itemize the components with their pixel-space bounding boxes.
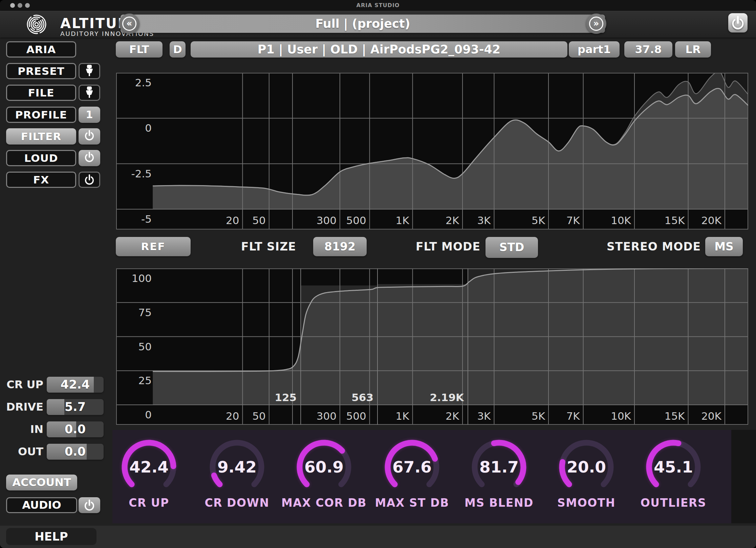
param-value: 0.0 — [47, 421, 104, 437]
part-button[interactable]: part1 — [569, 41, 620, 58]
stereo-mode-button[interactable]: MS — [705, 237, 743, 256]
svg-text:5K: 5K — [532, 214, 545, 226]
knob-value-cr-down: 9.42 — [208, 458, 266, 477]
help-button[interactable]: HELP — [6, 528, 96, 545]
svg-text:3K: 3K — [477, 214, 491, 226]
svg-text:-5: -5 — [141, 213, 152, 225]
account-button[interactable]: ACCOUNT — [6, 475, 77, 490]
titlebar: ARIA STUDIO — [0, 0, 756, 11]
sidebar-item-aria[interactable]: ARIA — [6, 41, 76, 58]
knob-value-max-st-db: 67.6 — [383, 458, 441, 477]
fingerprint-logo-icon — [21, 13, 52, 36]
svg-text:50: 50 — [138, 341, 152, 353]
flt-button[interactable]: FLT — [116, 41, 163, 58]
knob-label-smooth: SMOOTH — [537, 496, 635, 509]
svg-text:75: 75 — [138, 306, 152, 319]
svg-text:10K: 10K — [611, 214, 631, 226]
power-icon — [728, 13, 748, 32]
svg-text:0: 0 — [145, 122, 152, 134]
filter-power-button[interactable] — [79, 128, 100, 145]
knob-value-ms-blend: 81.7 — [470, 458, 528, 477]
correction-amount-chart[interactable]: 20503005001K2K3K5K7K10K15K20K10075502501… — [116, 268, 748, 425]
param-slider-out[interactable]: 0.0 — [47, 444, 104, 460]
sidebar-item-fx[interactable]: FX — [6, 172, 76, 188]
knob-label-max-st-db: MAX ST DB — [363, 496, 461, 509]
param-label-cr-up: CR UP — [0, 377, 43, 393]
pin-icon — [80, 86, 99, 100]
svg-text:1K: 1K — [396, 410, 410, 422]
param-label-drive: DRIVE — [0, 399, 43, 415]
project-nav-bar: Full | (project) « » — [121, 15, 605, 33]
flt-mode-button[interactable]: STD — [485, 237, 538, 258]
param-value: 42.4 — [47, 377, 104, 393]
knob-value-smooth: 20.0 — [558, 458, 615, 477]
svg-text:15K: 15K — [665, 410, 685, 422]
knob-value-outliers: 45.1 — [645, 458, 702, 477]
knob-label-cr-up: CR UP — [100, 496, 198, 509]
svg-text:125: 125 — [275, 391, 297, 403]
nav-forward-button[interactable]: » — [586, 14, 606, 34]
param-value: 5.7 — [47, 399, 104, 415]
svg-text:2K: 2K — [446, 410, 459, 422]
svg-text:7K: 7K — [566, 214, 580, 226]
sidebar-item-loud[interactable]: LOUD — [6, 150, 76, 166]
sidebar-item-file[interactable]: FILE — [6, 85, 76, 101]
param-value: 0.0 — [47, 444, 104, 460]
flt-size-button[interactable]: 8192 — [313, 237, 367, 256]
knob-label-max-cor-db: MAX COR DB — [275, 496, 373, 509]
pin-icon — [80, 64, 99, 78]
param-label-in: IN — [0, 421, 43, 437]
svg-text:20: 20 — [226, 410, 239, 422]
profile-number-button[interactable]: 1 — [79, 107, 100, 123]
svg-text:20K: 20K — [701, 214, 721, 226]
svg-text:2.19K: 2.19K — [430, 391, 464, 403]
svg-text:15K: 15K — [665, 214, 685, 226]
svg-text:-2.5: -2.5 — [131, 168, 152, 180]
fx-power-button[interactable] — [79, 172, 100, 188]
svg-text:1K: 1K — [396, 214, 410, 226]
knob-value-max-cor-db: 60.9 — [295, 458, 353, 477]
svg-text:20K: 20K — [701, 410, 721, 422]
sidebar-item-filter[interactable]: FILTER — [6, 128, 76, 145]
param-slider-in[interactable]: 0.0 — [47, 421, 104, 437]
audio-button[interactable]: AUDIO — [6, 497, 77, 513]
audio-power-button[interactable] — [79, 497, 100, 513]
param-slider-drive[interactable]: 5.7 — [47, 399, 104, 415]
master-power-button[interactable] — [728, 13, 748, 32]
d-button[interactable]: D — [170, 41, 186, 58]
ref-button[interactable]: REF — [116, 237, 191, 256]
help-bar: HELP — [0, 526, 756, 548]
back-chevrons-icon: « — [122, 17, 136, 31]
knob-label-cr-down: CR DOWN — [188, 496, 286, 509]
svg-text:300: 300 — [317, 410, 337, 422]
knob-label-ms-blend: MS BLEND — [450, 496, 548, 509]
stereo-mode-label: STEREO MODE — [607, 237, 701, 256]
svg-text:7K: 7K — [566, 410, 580, 422]
svg-text:5K: 5K — [532, 410, 545, 422]
preset-pin-button[interactable] — [79, 63, 100, 79]
svg-text:2K: 2K — [446, 214, 459, 226]
svg-text:3K: 3K — [477, 410, 491, 422]
sidebar-item-profile[interactable]: PROFILE — [6, 107, 76, 123]
svg-text:50: 50 — [252, 214, 265, 226]
forward-chevrons-icon: » — [589, 17, 603, 31]
knob-value-cr-up: 42.4 — [120, 458, 178, 477]
power-icon — [80, 497, 99, 513]
power-icon — [80, 128, 99, 143]
filter-value-button[interactable]: 37.8 — [624, 41, 672, 58]
nav-back-button[interactable]: « — [119, 14, 139, 34]
param-slider-cr-up[interactable]: 42.4 — [47, 377, 104, 393]
power-icon — [80, 173, 99, 187]
flt-size-label: FLT SIZE — [241, 237, 296, 256]
profile-path-bar[interactable]: P1 | User | OLD | AirPodsPG2_093-42 — [191, 41, 567, 58]
loud-power-button[interactable] — [79, 150, 100, 166]
app-title: ARIA STUDIO — [0, 0, 756, 11]
sidebar-item-preset[interactable]: PRESET — [6, 63, 76, 79]
project-title: Full | (project) — [121, 15, 605, 33]
flt-mode-label: FLT MODE — [416, 237, 480, 256]
filter-response-chart[interactable]: 20503005001K2K3K5K7K10K15K20K2.50-2.5-5 — [116, 73, 748, 229]
svg-text:10K: 10K — [611, 410, 631, 422]
file-pin-button[interactable] — [79, 85, 100, 101]
svg-text:500: 500 — [346, 410, 366, 422]
channel-mode-button[interactable]: LR — [675, 41, 711, 58]
